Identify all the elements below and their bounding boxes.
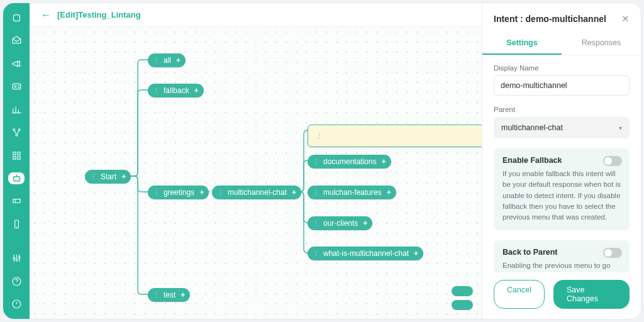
parent-select-value: multichannel-chat: [501, 123, 563, 132]
back-to-parent-desc: Enabling the previous menu to go: [502, 260, 621, 271]
settings-icon[interactable]: [8, 253, 25, 264]
chevron-down-icon: ▾: [619, 125, 622, 131]
enable-fallback-card: Enable Fallback If you enable fallback t…: [494, 148, 630, 230]
svg-rect-9: [17, 156, 19, 158]
tab-settings[interactable]: Settings: [482, 32, 562, 55]
ticket-icon[interactable]: [8, 196, 25, 207]
node-demo-multichannel[interactable]: ⋮demo-multichannel+: [308, 125, 482, 147]
analytics-icon[interactable]: [8, 104, 25, 115]
inbox-icon[interactable]: [8, 35, 25, 46]
node-start[interactable]: ⋮ Start +: [85, 170, 131, 184]
flow-canvas[interactable]: ⋮ Start + ⋮all+ ⋮fallback+ ⋮greetings+ ⋮…: [30, 27, 482, 319]
panel-tabs: Settings Responses: [482, 32, 641, 55]
app-rail: [3, 3, 30, 319]
integration-icon[interactable]: [8, 126, 25, 138]
svg-rect-7: [17, 152, 19, 154]
back-button[interactable]: ←: [41, 9, 51, 21]
save-button[interactable]: Save Changes: [553, 280, 630, 309]
svg-point-4: [18, 129, 20, 131]
parent-select[interactable]: multichannel-chat ▾: [494, 117, 630, 138]
intent-panel: Intent : demo-multichannel ✕ Settings Re…: [482, 3, 641, 319]
enable-fallback-toggle[interactable]: [603, 156, 622, 166]
zoom-controls: [452, 286, 473, 310]
node-test[interactable]: ⋮test+: [148, 288, 190, 302]
app-icon[interactable]: [8, 12, 25, 23]
node-mulchan-features[interactable]: ⋮mulchan-features+: [308, 186, 396, 199]
close-icon[interactable]: ✕: [621, 13, 630, 25]
node-all[interactable]: ⋮all+: [148, 53, 186, 67]
mobile-icon[interactable]: [8, 218, 25, 230]
enable-fallback-desc: If you enable fallback this intent will …: [502, 169, 621, 223]
back-to-parent-card: Back to Parent Enabling the previous men…: [494, 240, 630, 272]
zoom-out-button[interactable]: [452, 300, 473, 310]
display-name-input[interactable]: [494, 75, 630, 96]
svg-point-5: [16, 134, 18, 136]
page-title: [Edit]Testing_Lintang: [57, 10, 141, 19]
node-what-is-multichannel-chat[interactable]: ⋮what-is-multichannel-chat+: [308, 247, 423, 260]
svg-point-3: [13, 129, 14, 131]
power-icon[interactable]: [8, 299, 25, 310]
svg-point-12: [13, 258, 14, 260]
svg-rect-8: [13, 156, 15, 158]
svg-rect-10: [13, 177, 19, 181]
back-to-parent-toggle[interactable]: [603, 248, 622, 258]
drag-handle-icon: ⋮: [90, 173, 97, 181]
bot-icon[interactable]: [8, 172, 25, 184]
display-name-label: Display Name: [494, 64, 630, 72]
zoom-in-button[interactable]: [452, 286, 473, 296]
node-documentations[interactable]: ⋮documentations+: [308, 155, 391, 169]
apps-icon[interactable]: [8, 150, 25, 161]
node-multichannel-chat[interactable]: ⋮multichannel-chat+: [212, 186, 301, 199]
svg-rect-6: [13, 152, 15, 154]
panel-title: Intent : demo-multichannel: [494, 14, 606, 24]
node-our-clients[interactable]: ⋮our-clients+: [308, 216, 372, 230]
node-label: Start: [101, 172, 116, 181]
svg-point-2: [14, 86, 16, 87]
topbar: ← [Edit]Testing_Lintang: [30, 3, 482, 27]
id-card-icon[interactable]: [8, 80, 25, 92]
add-icon[interactable]: +: [121, 172, 126, 181]
node-greetings[interactable]: ⋮greetings+: [148, 186, 209, 199]
svg-point-14: [18, 257, 20, 258]
svg-point-13: [16, 259, 18, 261]
parent-label: Parent: [494, 106, 630, 113]
svg-rect-0: [13, 14, 19, 21]
tab-responses[interactable]: Responses: [562, 32, 641, 55]
node-fallback[interactable]: ⋮fallback+: [148, 84, 204, 97]
help-icon[interactable]: [8, 275, 25, 287]
megaphone-icon[interactable]: [8, 58, 25, 69]
cancel-button[interactable]: Cancel: [494, 280, 545, 309]
